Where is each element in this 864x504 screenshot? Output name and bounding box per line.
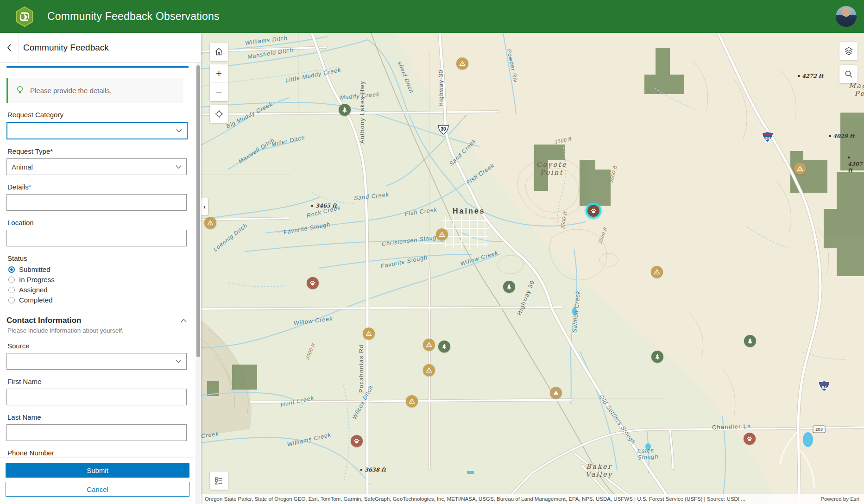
radio-icon[interactable] — [8, 287, 15, 293]
request-category-label: Request Category — [7, 111, 195, 119]
app-logo-icon — [14, 6, 35, 27]
warning-icon — [796, 165, 804, 172]
location-label: Location — [7, 219, 195, 227]
powered-by-esri: Powered by Esri — [820, 496, 859, 502]
request-type-select[interactable]: Animal — [6, 158, 187, 175]
radio-icon[interactable] — [8, 277, 15, 283]
tree-marker[interactable] — [744, 335, 756, 347]
tree-icon — [341, 106, 348, 113]
sidebar-scrollbar[interactable] — [196, 63, 201, 504]
legend-icon — [214, 476, 223, 485]
warning-icon — [408, 397, 416, 405]
map-attribution: Oregon State Parks, State of Oregon GEO,… — [201, 494, 864, 504]
search-icon — [845, 70, 853, 78]
status-radio-group: SubmittedIn ProgressAssignedCompleted — [6, 265, 195, 304]
tree-marker[interactable] — [339, 104, 351, 116]
active-tab-indicator — [6, 66, 189, 68]
warning-marker[interactable] — [456, 57, 468, 69]
attribution-sources: Oregon State Parks, State of Oregon GEO,… — [205, 496, 745, 502]
status-option-label: Completed — [19, 296, 53, 304]
tree-icon — [441, 343, 448, 350]
warning-icon — [459, 60, 466, 67]
tree-icon — [746, 337, 754, 345]
paw-marker[interactable] — [351, 435, 363, 447]
warning-marker[interactable] — [406, 395, 418, 407]
status-option[interactable]: Submitted — [8, 265, 195, 273]
form-footer: Submit Cancel — [0, 458, 195, 504]
paw-icon — [746, 435, 753, 442]
chevron-up-icon — [181, 319, 187, 322]
radio-icon[interactable] — [8, 266, 15, 273]
chevron-down-icon — [176, 129, 182, 132]
radio-icon[interactable] — [8, 297, 15, 303]
paw-marker-selected[interactable] — [587, 205, 599, 217]
chevron-left-icon: ‹ — [203, 203, 205, 210]
warning-icon — [425, 366, 433, 374]
zoom-out-button[interactable]: − — [210, 83, 228, 101]
status-label: Status — [7, 254, 195, 262]
contact-subheading: Please include information about yoursel… — [7, 327, 195, 334]
source-label: Source — [7, 342, 195, 350]
details-input[interactable] — [6, 194, 187, 211]
home-button[interactable] — [210, 43, 228, 61]
warning-marker[interactable] — [204, 217, 216, 229]
location-input[interactable] — [6, 230, 187, 246]
app-title: Community Feedback Observations — [47, 10, 220, 23]
warning-icon — [653, 268, 661, 276]
feedback-panel: Community Feedback Please provide the de… — [0, 33, 201, 504]
chevron-down-icon — [176, 165, 182, 169]
warning-marker[interactable] — [651, 266, 663, 278]
home-icon — [214, 47, 223, 56]
paw-marker[interactable] — [307, 277, 319, 289]
request-type-label: Request Type* — [7, 147, 195, 155]
lightbulb-icon — [16, 86, 24, 95]
panel-title: Community Feedback — [23, 43, 109, 53]
layers-button[interactable] — [839, 42, 858, 60]
cancel-button[interactable]: Cancel — [6, 482, 189, 497]
request-category-select[interactable] — [6, 122, 188, 139]
search-button[interactable] — [839, 65, 858, 83]
warning-icon — [425, 341, 433, 348]
tree-icon — [505, 283, 513, 290]
warning-marker[interactable] — [794, 163, 806, 175]
status-option[interactable]: In Progress — [8, 276, 195, 284]
paw-icon — [353, 437, 360, 445]
source-select[interactable] — [6, 353, 187, 370]
paw-marker[interactable] — [744, 433, 756, 445]
chevron-left-icon — [7, 44, 12, 51]
warning-marker[interactable] — [363, 328, 375, 340]
status-option-label: Assigned — [19, 286, 48, 294]
sidebar-scrollbar-thumb[interactable] — [196, 65, 200, 357]
submit-button[interactable]: Submit — [6, 463, 189, 478]
phone-label: Phone Number — [7, 449, 195, 457]
legend-button[interactable] — [210, 472, 228, 490]
warning-marker[interactable] — [436, 228, 448, 240]
user-avatar[interactable] — [836, 6, 857, 27]
locate-button[interactable] — [210, 105, 228, 123]
first-name-input[interactable] — [6, 389, 187, 405]
tree-marker[interactable] — [503, 281, 515, 293]
map-canvas[interactable]: Williams DitchMansfield Ditchsfield Ditc… — [201, 33, 864, 504]
chevron-down-icon — [176, 359, 182, 363]
status-option[interactable]: Assigned — [8, 286, 195, 294]
first-name-label: First Name — [7, 378, 195, 385]
layers-icon — [844, 46, 853, 56]
contact-heading: Contact Information — [6, 316, 82, 325]
details-label: Details* — [7, 183, 195, 191]
warning-marker[interactable] — [423, 339, 435, 351]
contact-section-header[interactable]: Contact Information — [6, 316, 187, 325]
status-option[interactable]: Completed — [8, 296, 195, 304]
campground-marker[interactable] — [550, 387, 562, 399]
tree-marker[interactable] — [651, 351, 663, 363]
zoom-in-button[interactable]: + — [210, 64, 228, 83]
locate-icon — [214, 109, 224, 119]
last-name-input[interactable] — [6, 424, 187, 441]
panel-collapse-tab[interactable]: ‹ — [201, 198, 208, 215]
tree-marker[interactable] — [438, 340, 450, 353]
status-option-label: Submitted — [19, 265, 50, 273]
paw-icon — [590, 207, 597, 214]
warning-marker[interactable] — [423, 364, 435, 376]
back-button[interactable] — [0, 33, 19, 63]
paw-icon — [309, 279, 316, 287]
tree-icon — [654, 353, 661, 360]
